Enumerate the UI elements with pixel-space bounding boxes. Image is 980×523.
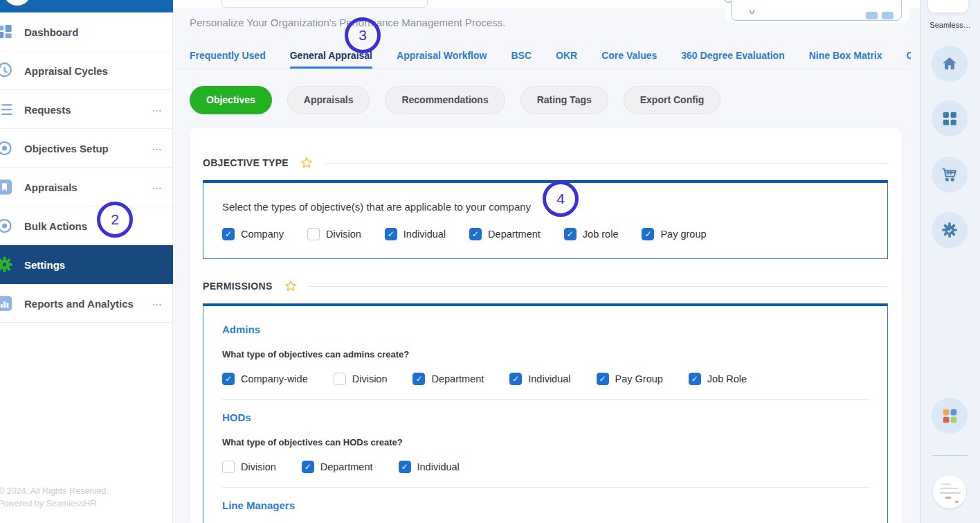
sidebar-item-label: Settings — [24, 259, 65, 271]
checkbox[interactable] — [509, 373, 522, 385]
apps-grid-icon[interactable] — [932, 100, 968, 136]
tab-label: 360 Degree Evaluation — [681, 50, 784, 61]
checkbox-label: Company — [241, 229, 284, 240]
home-icon[interactable] — [932, 46, 968, 82]
tab-nine-box-matrix[interactable]: Nine Box Matrix — [809, 50, 882, 69]
checkbox[interactable] — [334, 373, 346, 385]
checkbox-item-job-role[interactable]: Job role — [564, 228, 619, 240]
section-rule — [309, 286, 888, 287]
checkbox-item-individual[interactable]: Individual — [399, 461, 460, 473]
app-logo[interactable] — [3, 0, 31, 6]
checkbox[interactable] — [412, 373, 425, 385]
sidebar-item-label: Reports and Analytics — [24, 297, 134, 309]
permission-group-name: HODs — [222, 411, 870, 423]
section-title: PERMISSIONS — [203, 281, 273, 292]
pill-rating-tags[interactable]: Rating Tags — [520, 86, 608, 114]
ellipsis-indicator: ... — [152, 181, 162, 191]
tab-bsc[interactable]: BSC — [511, 50, 532, 69]
checkbox[interactable] — [385, 228, 397, 240]
search-icon — [750, 9, 754, 14]
gear-wrench-icon[interactable] — [932, 212, 968, 248]
annotation-mark-3: 3 — [345, 17, 381, 53]
chart-icon — [0, 294, 14, 312]
checkbox-label: Individual — [403, 229, 446, 240]
tab-custom-evaluation[interactable]: Custom Evaluation — [907, 50, 911, 69]
checkbox[interactable] — [222, 373, 235, 385]
module-search-input[interactable] — [731, 0, 902, 21]
sidebar-item-dashboard[interactable]: Dashboard ... — [0, 12, 173, 51]
checkbox-label: Department — [320, 461, 373, 472]
pill-label: Objectives — [206, 94, 255, 105]
tab-core-values[interactable]: Core Values — [601, 50, 657, 69]
sidebar-footer: © 2024. All Rights Reserved. Powered by … — [0, 485, 109, 510]
annotation-mark-4: 4 — [543, 181, 579, 217]
right-rail: Seamless… — [920, 0, 980, 523]
pill-objectives[interactable]: Objectives — [190, 86, 272, 114]
main-content: Personalize Your Organization's Performa… — [173, 0, 920, 523]
checkbox-label: Pay Group — [615, 373, 663, 384]
checkbox-item-company[interactable]: Company — [222, 228, 284, 240]
pill-label: Appraisals — [304, 94, 354, 105]
sidebar-item-requests[interactable]: Requests ... — [0, 90, 173, 129]
sidebar-item-bulk-actions[interactable]: Bulk Actions ... — [0, 206, 173, 245]
checkbox[interactable] — [469, 228, 482, 240]
tab-label: BSC — [511, 50, 532, 61]
color-grid-icon[interactable] — [932, 398, 968, 434]
checkbox[interactable] — [222, 228, 235, 240]
checkbox[interactable] — [564, 228, 577, 240]
checkbox-item-pay-group[interactable]: Pay Group — [597, 373, 663, 385]
checkbox[interactable] — [302, 461, 314, 473]
checkbox-item-department[interactable]: Department — [302, 461, 373, 473]
checkbox[interactable] — [222, 461, 235, 473]
checkbox[interactable] — [597, 373, 609, 385]
sidebar-item-settings[interactable]: Settings ... — [0, 245, 173, 284]
permission-group-hods: HODs What type of objectives can HODs cr… — [222, 399, 870, 473]
pill-label: Recommendations — [401, 94, 488, 105]
checkbox-item-department[interactable]: Department — [469, 228, 541, 240]
cart-icon[interactable] — [932, 157, 968, 193]
tab-360-degree-evaluation[interactable]: 360 Degree Evaluation — [681, 50, 784, 69]
sidebar-item-appraisal-cycles[interactable]: Appraisal Cycles ... — [0, 51, 173, 90]
checkbox-item-individual[interactable]: Individual — [385, 228, 446, 240]
tab-appraisal-workflow[interactable]: Appraisal Workflow — [397, 50, 487, 69]
permission-group-admins: Admins What type of objectives can admin… — [222, 306, 870, 385]
global-search-input[interactable] — [221, 0, 428, 8]
sidebar-item-label: Appraisal Cycles — [24, 64, 108, 76]
ellipsis-indicator: ... — [152, 297, 162, 308]
checkbox[interactable] — [642, 228, 654, 240]
checkbox[interactable] — [307, 228, 320, 240]
bookmark-icon — [0, 177, 14, 196]
pill-recommendations[interactable]: Recommendations — [385, 86, 505, 114]
ellipsis-indicator: ... — [152, 142, 162, 152]
checkbox-item-pay-group[interactable]: Pay group — [642, 228, 706, 240]
checkbox-label: Division — [352, 373, 388, 384]
checkbox-item-job-role[interactable]: Job Role — [689, 373, 747, 385]
pill-export-config[interactable]: Export Config — [624, 86, 721, 114]
rail-preview-thumbnail[interactable] — [933, 475, 966, 508]
checkbox-item-individual[interactable]: Individual — [509, 373, 570, 385]
checkbox-label: Individual — [528, 373, 570, 384]
checkbox[interactable] — [689, 373, 701, 385]
list-view-icon[interactable] — [882, 12, 893, 19]
sidebar-item-appraisals[interactable]: Appraisals ... — [0, 168, 173, 206]
sidebar-item-reports-and-analytics[interactable]: Reports and Analytics ... — [0, 284, 173, 323]
checkbox-item-company-wide[interactable]: Company-wide — [222, 373, 308, 385]
grid-view-icon[interactable] — [866, 12, 878, 19]
tab-frequently-used[interactable]: Frequently Used — [190, 50, 266, 69]
tab-okr[interactable]: OKR — [556, 50, 577, 69]
rail-divider — [933, 455, 968, 456]
sidebar-item-objectives-setup[interactable]: Objectives Setup ... — [0, 129, 173, 168]
checkbox-item-division[interactable]: Division — [334, 373, 388, 385]
rail-top-card[interactable] — [928, 0, 968, 12]
pill-appraisals[interactable]: Appraisals — [287, 86, 370, 114]
checkbox-item-division[interactable]: Division — [307, 228, 361, 240]
checkbox[interactable] — [399, 461, 411, 473]
checkbox-item-department[interactable]: Department — [412, 373, 484, 385]
gear-icon — [0, 256, 14, 274]
permissions-box: Admins What type of objectives can admin… — [203, 303, 888, 523]
copyright-text: © 2024. All Rights Reserved. — [0, 485, 109, 497]
rail-brand-label: Seamless… — [920, 21, 980, 29]
checkbox-item-division[interactable]: Division — [222, 461, 276, 473]
checkbox-label: Company-wide — [241, 373, 308, 384]
settings-tabs: Frequently UsedGeneral AppraisalAppraisa… — [190, 50, 911, 69]
